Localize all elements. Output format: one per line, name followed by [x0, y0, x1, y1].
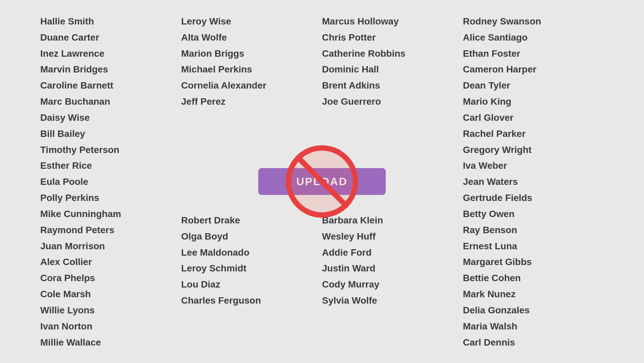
list-item: Michael Perkins: [181, 61, 322, 77]
list-item: Millie Wallace: [40, 334, 181, 351]
list-item: Eula Poole: [40, 174, 181, 190]
list-item: Lou Diaz: [181, 276, 322, 293]
list-item: Cole Marsh: [40, 286, 181, 302]
list-item: Dean Tyler: [463, 77, 604, 94]
list-item: Lee Maldonado: [181, 245, 322, 261]
list-item: Willie Lyons: [40, 302, 181, 318]
list-item: Catherine Robbins: [322, 46, 463, 62]
spacer: [181, 110, 322, 121]
list-item: Alex Collier: [40, 254, 181, 270]
list-item: Mark Nunez: [463, 286, 604, 302]
upload-button[interactable]: UPLOAD: [258, 168, 386, 195]
list-item: Cameron Harper: [463, 61, 604, 77]
list-item: Ethan Foster: [463, 46, 604, 62]
list-item: Cornelia Alexander: [181, 77, 322, 94]
list-item: Esther Rice: [40, 158, 181, 174]
list-item: Carl Dennis: [463, 334, 604, 351]
names-column-4: Rodney SwansonAlice SantiagoEthan Foster…: [463, 13, 604, 350]
list-item: Delia Gonzales: [463, 302, 604, 318]
list-item: Iva Weber: [463, 158, 604, 174]
list-item: Marion Briggs: [181, 46, 322, 62]
list-item: Alice Santiago: [463, 30, 604, 46]
list-item: Olga Boyd: [181, 228, 322, 245]
list-item: Marc Buchanan: [40, 94, 181, 110]
list-item: Cora Phelps: [40, 270, 181, 286]
list-item: Mario King: [463, 94, 604, 110]
list-item: Chris Potter: [322, 30, 463, 46]
list-item: Marvin Bridges: [40, 61, 181, 77]
spacer: [322, 110, 463, 121]
list-item: Joe Guerrero: [322, 94, 463, 110]
list-item: Ivan Norton: [40, 318, 181, 334]
list-item: Justin Ward: [322, 260, 463, 276]
spacer: [181, 121, 322, 133]
list-item: Carl Glover: [463, 110, 604, 126]
list-item: Mike Cunningham: [40, 206, 181, 222]
list-item: Ernest Luna: [463, 238, 604, 254]
list-item: Dominic Hall: [322, 61, 463, 77]
list-item: Rodney Swanson: [463, 13, 604, 30]
names-column-1: Hallie SmithDuane CarterInez LawrenceMar…: [40, 13, 181, 350]
list-item: Jean Waters: [463, 174, 604, 190]
list-item: Alta Wolfe: [181, 30, 322, 46]
list-item: Maria Walsh: [463, 318, 604, 334]
list-item: Bill Bailey: [40, 126, 181, 142]
list-item: Gertrude Fields: [463, 190, 604, 206]
list-item: Cody Murray: [322, 276, 463, 293]
list-item: Raymond Peters: [40, 222, 181, 238]
list-item: Rachel Parker: [463, 126, 604, 142]
list-item: Bettie Cohen: [463, 270, 604, 286]
list-item: Polly Perkins: [40, 190, 181, 206]
upload-label: UPLOAD: [296, 175, 347, 188]
list-item: Duane Carter: [40, 30, 181, 46]
list-item: Marcus Holloway: [322, 13, 463, 30]
list-item: Sylvia Wolfe: [322, 293, 463, 309]
list-item: Leroy Wise: [181, 13, 322, 30]
list-item: Brent Adkins: [322, 77, 463, 94]
list-item: Jeff Perez: [181, 94, 322, 110]
list-item: Daisy Wise: [40, 110, 181, 126]
list-item: Leroy Schmidt: [181, 260, 322, 276]
list-item: Hallie Smith: [40, 13, 181, 30]
list-item: Margaret Gibbs: [463, 254, 604, 270]
list-item: Gregory Wright: [463, 142, 604, 158]
list-item: Addie Ford: [322, 245, 463, 261]
list-item: Caroline Barnett: [40, 77, 181, 94]
list-item: Wesley Huff: [322, 228, 463, 245]
list-item: Ray Benson: [463, 222, 604, 238]
list-item: Timothy Peterson: [40, 142, 181, 158]
spacer: [322, 121, 463, 133]
list-item: Inez Lawrence: [40, 46, 181, 62]
list-item: Betty Owen: [463, 206, 604, 222]
list-item: Juan Morrison: [40, 238, 181, 254]
upload-area: UPLOAD: [252, 141, 392, 222]
list-item: Charles Ferguson: [181, 293, 322, 309]
